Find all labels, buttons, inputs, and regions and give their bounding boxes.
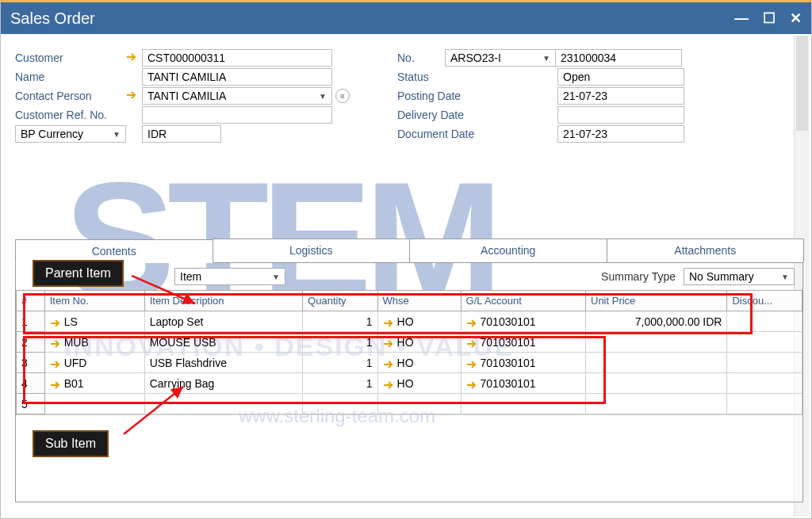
link-arrow-icon[interactable] bbox=[383, 380, 394, 389]
currency-field[interactable]: IDR bbox=[142, 125, 221, 143]
contact-label: Contact Person bbox=[15, 90, 126, 102]
cell-item-no[interactable] bbox=[44, 394, 144, 414]
col-num[interactable]: # bbox=[17, 291, 45, 311]
link-arrow-icon[interactable] bbox=[50, 338, 61, 348]
cell-gl[interactable]: 701030101 bbox=[461, 373, 585, 394]
cell-qty[interactable] bbox=[303, 394, 377, 414]
cell-item-no[interactable]: UFD bbox=[44, 353, 144, 373]
cell-whse[interactable]: HO bbox=[377, 311, 461, 332]
cell-item-no[interactable]: LS bbox=[44, 311, 144, 332]
cell-whse[interactable]: HO bbox=[377, 373, 461, 394]
cell-item-desc[interactable]: Carrying Bag bbox=[144, 373, 302, 394]
table-row[interactable]: 3UFDUSB Flashdrive1HO701030101 bbox=[17, 353, 802, 373]
delivery-date-field[interactable] bbox=[557, 106, 684, 124]
cell-gl[interactable]: 701030101 bbox=[461, 353, 585, 373]
row-number: 3 bbox=[17, 353, 45, 373]
cell-discount[interactable] bbox=[727, 373, 802, 394]
grid-toolbar: Item ▼ Summary Type No Summary ▼ bbox=[15, 263, 803, 290]
cell-item-desc[interactable]: MOUSE USB bbox=[144, 332, 302, 353]
tab-bar: Contents Logistics Accounting Attachment… bbox=[15, 239, 803, 263]
col-item-no[interactable]: Item No. bbox=[44, 291, 144, 311]
col-gl[interactable]: G/L Account bbox=[461, 291, 585, 311]
annotation-parent-item: Parent Item bbox=[33, 260, 124, 287]
col-discount[interactable]: Discou... bbox=[727, 291, 802, 311]
posting-date-label: Posting Date bbox=[397, 90, 557, 102]
link-arrow-icon[interactable] bbox=[126, 90, 139, 102]
col-whse[interactable]: Whse bbox=[377, 291, 461, 311]
cell-gl[interactable] bbox=[461, 394, 585, 414]
link-arrow-icon[interactable] bbox=[466, 359, 477, 368]
cell-unit-price[interactable]: 7,000,000.00 IDR bbox=[586, 311, 727, 332]
col-item-desc[interactable]: Item Description bbox=[144, 291, 302, 311]
cell-item-no[interactable]: MUB bbox=[44, 332, 144, 353]
cell-discount[interactable] bbox=[727, 394, 802, 414]
link-arrow-icon[interactable] bbox=[383, 359, 394, 368]
header-right-column: No. ARSO23-I ▼ 231000034 Status Open Pos… bbox=[397, 48, 684, 143]
details-icon[interactable]: ≡ bbox=[335, 89, 350, 103]
summary-type-select[interactable]: No Summary ▼ bbox=[684, 268, 795, 285]
cell-gl[interactable]: 701030101 bbox=[461, 311, 585, 332]
tab-logistics[interactable]: Logistics bbox=[213, 239, 411, 262]
cell-item-desc[interactable]: USB Flashdrive bbox=[144, 353, 302, 373]
chevron-down-icon[interactable]: ▼ bbox=[269, 269, 283, 284]
no-series-field[interactable]: ARSO23-I ▼ bbox=[445, 49, 556, 67]
customer-label: Customer bbox=[15, 52, 126, 64]
cell-discount[interactable] bbox=[727, 311, 802, 332]
cell-discount[interactable] bbox=[727, 332, 802, 353]
ref-label: Customer Ref. No. bbox=[15, 109, 126, 121]
cell-whse[interactable]: HO bbox=[377, 332, 461, 353]
link-arrow-icon[interactable] bbox=[466, 380, 477, 389]
link-arrow-icon[interactable] bbox=[466, 338, 477, 348]
table-row[interactable]: 1LSLaptop Set1HO7010301017,000,000.00 ID… bbox=[17, 311, 802, 332]
cell-item-desc[interactable]: Laptop Set bbox=[144, 311, 302, 332]
posting-date-field[interactable]: 21-07-23 bbox=[557, 87, 684, 105]
close-icon[interactable]: ✕ bbox=[790, 10, 802, 27]
chevron-down-icon[interactable]: ▼ bbox=[316, 89, 330, 103]
cell-unit-price[interactable] bbox=[586, 373, 727, 394]
tab-attachments[interactable]: Attachments bbox=[607, 239, 805, 262]
cell-item-desc[interactable] bbox=[144, 394, 302, 414]
col-qty[interactable]: Quantity bbox=[303, 291, 377, 311]
cell-whse[interactable] bbox=[377, 394, 461, 414]
chevron-down-icon[interactable]: ▼ bbox=[109, 127, 124, 141]
cell-unit-price[interactable] bbox=[586, 353, 727, 373]
link-arrow-icon[interactable] bbox=[50, 380, 61, 389]
col-unit-price[interactable]: Unit Price bbox=[586, 291, 727, 311]
cell-unit-price[interactable] bbox=[586, 394, 727, 414]
cell-qty[interactable]: 1 bbox=[303, 373, 377, 394]
link-arrow-icon[interactable] bbox=[383, 318, 394, 327]
link-arrow-icon[interactable] bbox=[50, 318, 61, 327]
table-row[interactable]: 2MUBMOUSE USB1HO701030101 bbox=[17, 332, 802, 353]
table-row[interactable]: 4B01Carrying Bag1HO701030101 bbox=[17, 373, 802, 394]
currency-type-field[interactable]: BP Currency ▼ bbox=[15, 125, 126, 143]
minimize-icon[interactable]: — bbox=[734, 10, 749, 27]
document-date-field[interactable]: 21-07-23 bbox=[557, 125, 684, 143]
link-arrow-icon[interactable] bbox=[126, 52, 139, 64]
link-arrow-icon[interactable] bbox=[466, 318, 477, 327]
cell-whse[interactable]: HO bbox=[377, 353, 461, 373]
ref-field[interactable] bbox=[142, 106, 332, 124]
customer-field[interactable]: CST000000311 bbox=[142, 49, 332, 67]
annotation-sub-item: Sub Item bbox=[33, 430, 109, 457]
doc-no-field[interactable]: 231000034 bbox=[555, 49, 682, 67]
row-number: 5 bbox=[17, 394, 45, 414]
cell-qty[interactable]: 1 bbox=[303, 332, 377, 353]
link-arrow-icon[interactable] bbox=[383, 338, 394, 348]
table-row[interactable]: 5 bbox=[17, 394, 802, 414]
maximize-icon[interactable]: ☐ bbox=[763, 10, 776, 27]
chevron-down-icon[interactable]: ▼ bbox=[539, 51, 553, 65]
item-type-select[interactable]: Item ▼ bbox=[174, 268, 285, 285]
cell-discount[interactable] bbox=[727, 353, 802, 373]
cell-unit-price[interactable] bbox=[586, 332, 727, 353]
summary-type-label: Summary Type bbox=[601, 270, 676, 283]
name-field[interactable]: TANTI CAMILIA bbox=[142, 68, 332, 86]
cell-gl[interactable]: 701030101 bbox=[461, 332, 585, 353]
status-label: Status bbox=[397, 71, 557, 83]
contact-field[interactable]: TANTI CAMILIA ▼ bbox=[142, 87, 332, 105]
tab-accounting[interactable]: Accounting bbox=[409, 239, 607, 262]
link-arrow-icon[interactable] bbox=[50, 359, 61, 368]
chevron-down-icon[interactable]: ▼ bbox=[778, 269, 792, 284]
cell-qty[interactable]: 1 bbox=[303, 311, 377, 332]
cell-qty[interactable]: 1 bbox=[303, 353, 377, 373]
cell-item-no[interactable]: B01 bbox=[44, 373, 144, 394]
